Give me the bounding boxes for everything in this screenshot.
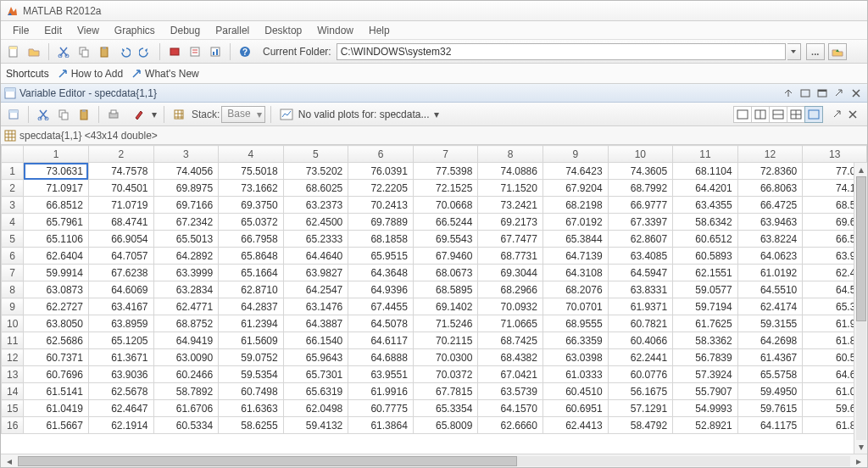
grid-cell[interactable]: 61.9916 (348, 383, 414, 400)
grid-cell[interactable]: 64.7057 (88, 248, 153, 265)
guide-icon[interactable] (186, 42, 204, 61)
layout-single-icon[interactable] (804, 106, 823, 123)
grid-cell[interactable]: 60.4066 (608, 332, 673, 349)
layout-2col-icon[interactable] (751, 106, 770, 123)
row-header[interactable]: 5 (2, 231, 24, 248)
grid-cell[interactable]: 63.9827 (283, 265, 348, 281)
grid-cell[interactable]: 65.1106 (24, 231, 89, 248)
grid-cell[interactable]: 60.5893 (673, 248, 738, 265)
grid-cell[interactable]: 72.1525 (413, 180, 478, 197)
grid-cell[interactable]: 68.1858 (348, 231, 414, 248)
grid-cell[interactable]: 65.3354 (413, 400, 478, 417)
grid-cell[interactable]: 67.7477 (478, 231, 543, 248)
grid-cell[interactable]: 75.5018 (219, 163, 284, 180)
grid-cell[interactable]: 52.8921 (673, 417, 738, 434)
grid-cell[interactable]: 62.8607 (608, 231, 673, 248)
cut-icon[interactable] (34, 105, 53, 124)
grid-cell[interactable]: 67.6238 (88, 265, 153, 281)
grid-cell[interactable]: 74.4056 (153, 163, 219, 180)
grid-cell[interactable]: 68.2076 (542, 281, 608, 298)
paste-icon[interactable] (75, 105, 93, 124)
grid-cell[interactable]: 61.0419 (24, 400, 89, 417)
undock-prev-icon[interactable] (781, 86, 796, 100)
grid-cell[interactable]: 67.4455 (348, 298, 414, 315)
grid-cell[interactable]: 61.7625 (673, 315, 738, 332)
grid-cell[interactable]: 62.1914 (88, 417, 153, 434)
shortcut-how-to-add[interactable]: How to Add (58, 68, 123, 80)
grid-cell[interactable]: 63.2373 (283, 197, 348, 214)
grid-cell[interactable]: 64.3887 (283, 315, 348, 332)
grid-cell[interactable]: 68.2198 (542, 197, 608, 214)
grid-cell[interactable]: 62.2727 (24, 298, 89, 315)
grid-cell[interactable]: 61.6363 (219, 400, 284, 417)
grid-icon[interactable] (170, 105, 188, 124)
col-header[interactable]: 3 (153, 146, 219, 163)
menu-view[interactable]: View (70, 23, 106, 38)
grid-cell[interactable]: 62.4174 (737, 298, 803, 315)
grid-cell[interactable]: 64.2892 (153, 248, 219, 265)
grid-cell[interactable]: 67.9204 (542, 180, 608, 197)
grid-cell[interactable]: 59.5354 (219, 366, 284, 383)
menu-debug[interactable]: Debug (164, 23, 207, 38)
grid-cell[interactable]: 65.7961 (24, 214, 89, 231)
grid-cell[interactable]: 67.7815 (413, 383, 478, 400)
grid-cell[interactable]: 66.5244 (413, 214, 478, 231)
grid-cell[interactable]: 59.3155 (737, 315, 803, 332)
scroll-thumb[interactable] (18, 456, 517, 466)
col-header[interactable]: 8 (478, 146, 543, 163)
grid-cell[interactable]: 61.4367 (737, 349, 803, 366)
grid-cell[interactable]: 65.8648 (219, 248, 284, 265)
grid-cell[interactable]: 61.5667 (24, 417, 89, 434)
undo-icon[interactable] (115, 42, 134, 61)
grid-cell[interactable]: 60.2466 (153, 366, 219, 383)
cut-icon[interactable] (54, 42, 73, 61)
grid-cell[interactable]: 60.7821 (608, 315, 673, 332)
grid-cell[interactable]: 73.0631 (24, 163, 89, 180)
menu-desktop[interactable]: Desktop (258, 23, 309, 38)
row-header[interactable]: 15 (2, 400, 24, 417)
grid-cell[interactable]: 60.7775 (348, 400, 414, 417)
grid-cell[interactable]: 66.1540 (283, 332, 348, 349)
new-file-icon[interactable] (4, 42, 23, 61)
grid-cell[interactable]: 64.4640 (283, 248, 348, 265)
grid-cell[interactable]: 66.3359 (542, 332, 608, 349)
grid-cell[interactable]: 63.8050 (24, 315, 89, 332)
grid-cell[interactable]: 58.6255 (219, 417, 284, 434)
grid-cell[interactable]: 58.3362 (673, 332, 738, 349)
grid-cell[interactable]: 67.0421 (478, 366, 543, 383)
grid-cell[interactable]: 61.3671 (88, 349, 153, 366)
maximize-icon[interactable] (815, 86, 830, 100)
row-header[interactable]: 16 (2, 417, 24, 434)
grid-cell[interactable]: 62.6404 (24, 248, 89, 265)
grid-cell[interactable]: 73.5202 (283, 163, 348, 180)
layout-2row-icon[interactable] (769, 106, 787, 123)
grid-cell[interactable]: 62.8710 (219, 281, 284, 298)
grid-cell[interactable]: 61.2394 (219, 315, 284, 332)
grid-cell[interactable]: 68.7731 (478, 248, 543, 265)
grid-cell[interactable]: 63.0873 (24, 281, 89, 298)
grid-cell[interactable]: 65.5758 (737, 366, 803, 383)
grid-cell[interactable]: 70.4501 (88, 180, 153, 197)
grid-cell[interactable]: 61.6706 (153, 400, 219, 417)
grid-cell[interactable]: 63.9036 (88, 366, 153, 383)
grid-cell[interactable]: 70.2413 (348, 197, 414, 214)
grid-cell[interactable]: 63.8224 (737, 231, 803, 248)
grid-cell[interactable]: 68.5895 (413, 281, 478, 298)
col-header[interactable]: 13 (803, 146, 867, 163)
grid-cell[interactable]: 61.0192 (737, 265, 803, 281)
grid-cell[interactable]: 65.1205 (88, 332, 153, 349)
close-icon[interactable] (849, 86, 864, 100)
grid-cell[interactable]: 76.0391 (348, 163, 414, 180)
grid-cell[interactable]: 68.7425 (478, 332, 543, 349)
grid-cell[interactable]: 66.8063 (737, 180, 803, 197)
grid-cell[interactable]: 60.5334 (153, 417, 219, 434)
scroll-up-icon[interactable]: ▴ (859, 163, 864, 176)
grid-cell[interactable]: 71.0917 (24, 180, 89, 197)
grid-cell[interactable]: 62.4771 (153, 298, 219, 315)
grid-cell[interactable]: 68.7992 (608, 180, 673, 197)
grid-cell[interactable]: 55.7907 (673, 383, 738, 400)
grid-cell[interactable]: 63.0398 (542, 349, 608, 366)
grid-cell[interactable]: 70.0932 (478, 298, 543, 315)
current-folder-input[interactable] (337, 43, 786, 60)
grid-cell[interactable]: 64.5947 (608, 265, 673, 281)
